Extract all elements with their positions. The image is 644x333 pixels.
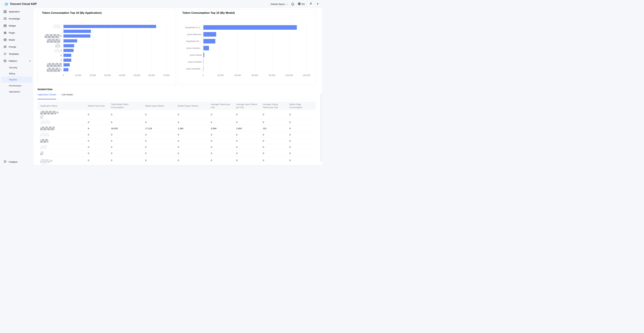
tab-call-details[interactable]: Call Details [62, 93, 73, 99]
axis-tick [62, 53, 64, 53]
cell: 0 [178, 133, 211, 136]
category-label: DeepSeek-V3.1... [176, 26, 202, 30]
column-header: Model Call Count [88, 104, 111, 107]
redacted-name-block [40, 127, 55, 130]
application-name-cell [40, 151, 88, 155]
chart-bar [204, 32, 216, 37]
bell-icon[interactable] [291, 3, 294, 6]
grid-line [152, 24, 152, 72]
application-name-cell [40, 139, 88, 143]
sidebar: ApplicationKnowledgeWidgetPluginModelPro… [0, 8, 34, 167]
category-label: .. [37, 44, 62, 48]
vertical-scrollbar-thumb[interactable] [320, 94, 322, 161]
chat-icon [4, 46, 6, 48]
cell: 0 [111, 159, 145, 162]
avatar[interactable] [308, 2, 313, 6]
sidebar-item-prompt[interactable]: Prompt [0, 43, 34, 50]
axis-tick-label: 20,000 [217, 74, 224, 77]
axis-tick-label: 20,000 [90, 74, 96, 77]
chart-bar [64, 25, 156, 28]
sidebar-item-widget[interactable]: Widget [0, 22, 34, 29]
cell: 0 [289, 121, 316, 124]
detailed-data-heading: Detailed Data [38, 88, 52, 91]
grid-line [289, 24, 290, 72]
category-label-fragment: .. [61, 45, 62, 47]
sidebar-item-label: Prompt [9, 46, 31, 48]
column-header: Average Tokens per Call [211, 103, 236, 109]
category-label-fragment: xt [60, 54, 62, 57]
category-label: 式 [37, 34, 62, 38]
chart-bar [64, 30, 91, 33]
grid-icon [4, 10, 6, 13]
cell: 0 [145, 152, 178, 155]
axis-tick [62, 34, 64, 34]
sidebar-subitem-label: Billing [9, 72, 15, 75]
sidebar-item-reports[interactable]: Reports [1, 77, 32, 83]
cell: 0 [236, 146, 263, 148]
sidebar-item-model[interactable]: Model [0, 36, 34, 43]
cell: 3,084 [211, 127, 236, 130]
cell: 0 [289, 140, 316, 142]
axis-tick-label: 60,000 [148, 74, 155, 77]
cell: 2,853 [236, 127, 263, 130]
axis-tick [62, 29, 64, 29]
sidebar-item-billing[interactable]: Billing [1, 71, 32, 77]
tab-application-details[interactable]: Application Details [38, 93, 56, 99]
grid-line [166, 24, 166, 72]
sidebar-item-platform[interactable]: Platform [0, 57, 34, 65]
collapse-icon [4, 160, 6, 163]
sidebar-item-application[interactable]: Application [0, 8, 34, 15]
axis-tick-label: 100,000 [286, 74, 293, 77]
application-name-cell [40, 127, 88, 130]
cloud-logo-icon [4, 2, 8, 6]
collapse-button[interactable]: Collapse [0, 159, 18, 165]
axis-tick-label: 70,000 [163, 74, 170, 77]
cell: 0 [145, 140, 178, 142]
chart-bar [204, 46, 209, 50]
redacted-name [40, 133, 83, 136]
caret-down-icon[interactable] [317, 3, 319, 5]
cell: 0 [145, 121, 178, 124]
table-row: 00000000 [38, 144, 316, 150]
category-label-fragment: d [61, 59, 62, 61]
chart-title: Token Consumption Top 10 (By Model) [182, 11, 235, 15]
side-nav: ApplicationKnowledgeWidgetPluginModelPro… [0, 8, 34, 95]
column-header: Model Output Tokens [178, 104, 211, 107]
cell: 0 [88, 113, 111, 116]
globe-icon [298, 2, 301, 6]
sidebar-item-knowledge[interactable]: Knowledge [0, 15, 34, 22]
chart-title: Token Consumption Top 10 (By Application… [42, 11, 102, 15]
cell: 0 [111, 113, 145, 116]
category-label: d [37, 49, 62, 53]
sidebar-item-operations[interactable]: Operations [1, 89, 32, 95]
cell: 0 [263, 159, 290, 162]
chart-bar [204, 25, 297, 30]
redacted-name [40, 115, 83, 119]
cell: 231 [263, 127, 290, 130]
table-row: 集-00000000 [38, 110, 316, 119]
redacted-label [55, 44, 60, 48]
sidebar-item-permissions[interactable]: Permissions [1, 83, 32, 89]
column-header: Average Input Tokens per Call [236, 103, 263, 109]
sidebar-item-security[interactable]: Security [1, 65, 32, 71]
axis-tick-label: 60,000 [252, 74, 258, 77]
cell: 0 [88, 140, 111, 142]
cell: 0 [211, 140, 236, 142]
category-label-fragment: .. [61, 25, 62, 28]
category-label: youtu-reranker [176, 60, 202, 64]
cell: 0 [236, 121, 263, 124]
axis-tick [202, 52, 203, 52]
sidebar-item-plugin[interactable]: Plugin [0, 29, 34, 36]
cell: 0 [178, 152, 211, 155]
column-header: Total Model Token Consumption [111, 103, 145, 109]
category-label: DeepSeek-R1-... [176, 39, 202, 43]
chevron-down-icon [286, 3, 288, 5]
sidebar-item-templates[interactable]: Templates [0, 50, 34, 57]
language-selector[interactable]: EN [298, 2, 305, 6]
space-selector[interactable]: Default Space [270, 3, 288, 5]
category-label: youtu-embeddi... [176, 67, 202, 71]
sidebar-item-label: Plugin [9, 32, 31, 34]
redacted-name [40, 163, 83, 165]
sidebar-item-label: Templates [9, 53, 31, 55]
axis-tick-label: 10,000 [75, 74, 81, 77]
